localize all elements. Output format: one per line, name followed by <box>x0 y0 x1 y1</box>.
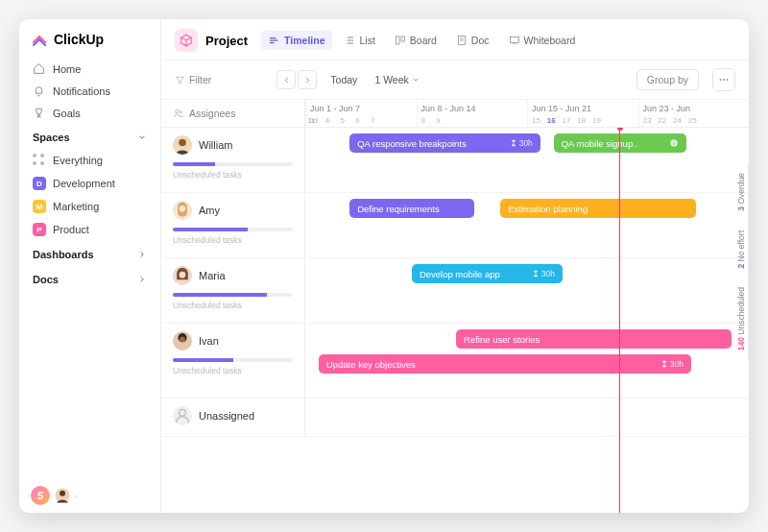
view-toolbar: Project Timeline List Board Doc Whiteboa… <box>161 19 749 60</box>
tab-whiteboard-label: Whiteboard <box>524 35 576 46</box>
project-icon <box>175 29 198 52</box>
ellipsis-icon <box>718 74 730 85</box>
list-icon <box>344 35 355 46</box>
row-unassigned: Unassigned <box>161 399 749 437</box>
group-by-button[interactable]: Group by <box>636 69 699 90</box>
row-william: William Unscheduled tasks QA responsive … <box>161 128 749 193</box>
filter-toolbar: Filter Today 1 Week Group by <box>161 60 749 100</box>
more-members[interactable]: · <box>75 490 78 501</box>
grid-icon <box>33 154 46 167</box>
dev-space-icon: D <box>33 177 46 190</box>
today-marker <box>619 128 620 513</box>
space-product[interactable]: P Product <box>19 218 160 241</box>
nav-notifications[interactable]: Notifications <box>19 80 160 102</box>
task-estimation-planning[interactable]: Estimation planning <box>500 199 695 218</box>
tab-list-label: List <box>359 35 374 46</box>
assignee-unassigned[interactable]: Unassigned <box>173 406 293 425</box>
assignees-column-header[interactable]: Assignees <box>161 100 305 127</box>
svg-rect-5 <box>510 37 518 43</box>
workload-bar <box>173 293 293 297</box>
task-develop-mobile[interactable]: Develop mobile app 30h <box>412 264 563 283</box>
range-selector[interactable]: 1 Week <box>374 74 419 85</box>
space-product-label: Product <box>53 224 89 235</box>
chevron-down-icon <box>412 76 420 84</box>
tab-whiteboard[interactable]: Whiteboard <box>501 31 584 50</box>
chevron-right-icon <box>303 76 312 85</box>
assignees-label: Assignees <box>189 108 235 119</box>
workload-bar <box>173 358 293 362</box>
space-development-label: Development <box>53 178 115 189</box>
svg-point-10 <box>180 110 182 113</box>
task-refine-stories[interactable]: Refine user stories <box>456 329 731 349</box>
assignee-name: Maria <box>199 270 226 281</box>
space-marketing[interactable]: M Marketing <box>19 195 160 218</box>
task-qa-responsive[interactable]: QA responsive breakpoints 30h <box>349 133 540 153</box>
doc-icon <box>456 35 468 46</box>
lane-ivan[interactable]: Refine user stories Update key objective… <box>305 324 749 398</box>
board-icon <box>395 35 406 46</box>
tab-list[interactable]: List <box>336 31 382 50</box>
timeline-icon <box>269 35 280 46</box>
badge-noeffort[interactable]: 2 No effort <box>734 221 749 278</box>
docs-header[interactable]: Docs <box>19 266 160 291</box>
row-amy: Amy Unscheduled tasks Define requirement… <box>161 193 749 258</box>
svg-point-17 <box>180 272 186 278</box>
lane-william[interactable]: QA responsive breakpoints 30h QA mobile … <box>305 128 749 192</box>
logo: ClickUp <box>19 19 160 58</box>
row-left-amy: Amy Unscheduled tasks <box>161 193 305 257</box>
today-button[interactable]: Today <box>330 74 357 85</box>
hours-badge: 30h <box>532 269 555 278</box>
info-icon <box>669 138 679 148</box>
current-user-avatar[interactable]: S <box>31 486 50 505</box>
row-left-unassigned: Unassigned <box>161 399 305 436</box>
assignee-maria[interactable]: Maria <box>173 266 293 285</box>
nav-home-label: Home <box>53 63 81 75</box>
sidebar: ClickUp Home Notifications Goals Spaces … <box>19 19 161 513</box>
space-development[interactable]: D Development <box>19 172 160 195</box>
assignee-name: William <box>199 139 232 151</box>
assignee-ivan[interactable]: Ivan <box>173 331 293 351</box>
info-badge <box>669 138 679 148</box>
task-define-requirements[interactable]: Define requirements <box>349 199 473 218</box>
dashboards-label: Dashboards <box>33 249 94 260</box>
svg-point-15 <box>180 206 186 212</box>
lane-amy[interactable]: Define requirements Estimation planning <box>305 193 749 257</box>
assignee-name: Ivan <box>199 335 219 347</box>
svg-point-6 <box>720 79 722 81</box>
tab-timeline-label: Timeline <box>284 35 324 46</box>
badge-overdue[interactable]: 3 Overdue <box>734 163 749 221</box>
nav-notifications-label: Notifications <box>53 85 110 97</box>
spaces-header[interactable]: Spaces <box>19 124 160 149</box>
svg-point-21 <box>180 409 186 416</box>
main-area: Project Timeline List Board Doc Whiteboa… <box>161 19 749 513</box>
prev-button[interactable] <box>276 70 296 89</box>
week-3: Jun 15 - Jun 211516171819 <box>527 100 638 127</box>
home-icon <box>33 62 45 75</box>
row-left-ivan: Ivan Unscheduled tasks <box>161 324 305 398</box>
badge-unscheduled[interactable]: 140 Unscheduled <box>734 278 749 360</box>
lane-maria[interactable]: Develop mobile app 30h <box>305 258 749 323</box>
assignee-william[interactable]: William <box>173 135 293 155</box>
hourglass-icon <box>660 360 668 368</box>
nav-goals[interactable]: Goals <box>19 102 160 124</box>
lane-unassigned[interactable] <box>305 399 749 436</box>
nav-home[interactable]: Home <box>19 58 160 80</box>
logo-text: ClickUp <box>54 32 104 47</box>
next-button[interactable] <box>298 70 317 89</box>
dashboards-header[interactable]: Dashboards <box>19 241 160 266</box>
person-icon <box>173 406 192 425</box>
space-everything-label: Everything <box>53 155 103 166</box>
task-update-objectives[interactable]: Update key objectives 30h <box>319 354 691 374</box>
spaces-header-label: Spaces <box>33 132 70 143</box>
member-avatar-icon[interactable] <box>54 487 71 504</box>
whiteboard-icon <box>509 35 520 46</box>
more-options-button[interactable] <box>712 68 735 91</box>
filter-button[interactable]: Filter <box>175 74 211 85</box>
week-2: Jun 8 - Jun 1489 <box>417 100 528 127</box>
tab-board[interactable]: Board <box>387 31 444 50</box>
tab-doc[interactable]: Doc <box>448 31 497 50</box>
assignee-amy[interactable]: Amy <box>173 201 293 220</box>
tab-timeline[interactable]: Timeline <box>261 31 332 50</box>
space-everything[interactable]: Everything <box>19 149 160 172</box>
product-space-icon: P <box>33 223 46 236</box>
